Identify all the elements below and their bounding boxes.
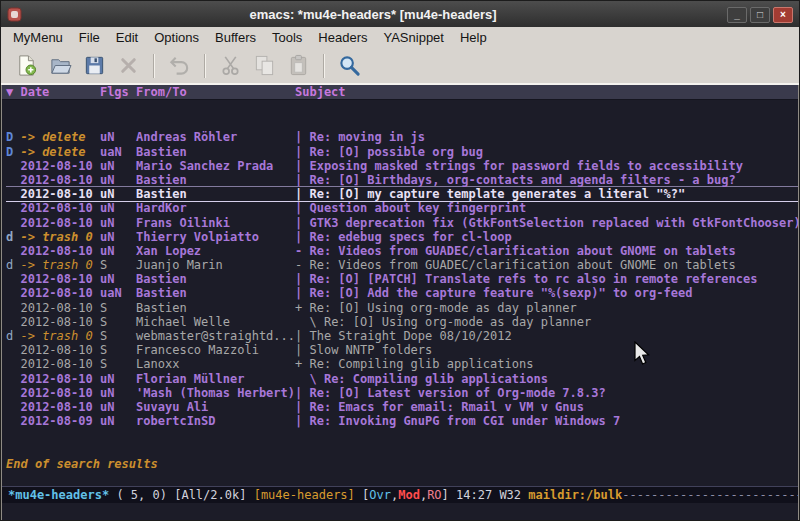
minibuffer[interactable]: [2, 503, 798, 520]
from-cell: Bastien: [136, 286, 295, 300]
mark-action-cell: -> delete: [20, 145, 99, 159]
minimize-button[interactable]: _: [727, 7, 747, 23]
from-cell: Lanoxx: [136, 357, 295, 371]
modeline-segment: [mu4e-headers]: [254, 488, 362, 502]
message-row[interactable]: d -> trash 0 S webmaster@straightd...| T…: [6, 329, 798, 343]
window-menu-icon[interactable]: [7, 7, 22, 22]
menu-file[interactable]: File: [71, 28, 108, 47]
message-row[interactable]: 2012-08-10 S Lanoxx + Re: Compiling glib…: [6, 357, 798, 371]
message-row[interactable]: 2012-08-10 uN Bastien | Re: [O] [PATCH] …: [6, 272, 798, 286]
message-row[interactable]: 2012-08-10 uN 'Mash (Thomas Herbert)| Re…: [6, 386, 798, 400]
modeline-segment: W32: [499, 488, 528, 502]
menu-edit[interactable]: Edit: [108, 28, 146, 47]
message-row[interactable]: 2012-08-10 S Francesco Mazzoli | Slow NN…: [6, 343, 798, 357]
from-cell: 'Mash (Thomas Herbert): [136, 386, 295, 400]
from-cell: Thierry Volpiatto: [136, 230, 295, 244]
flags-cell: uN: [100, 201, 136, 215]
from-cell: webmaster@straightd...: [136, 329, 295, 343]
new-file-icon[interactable]: [10, 51, 42, 81]
menu-yasnippet[interactable]: YASnippet: [375, 28, 451, 47]
date-cell: 2012-08-10: [20, 372, 99, 386]
from-cell: Mario Sanchez Prada: [136, 159, 295, 173]
date-cell: 2012-08-10: [20, 301, 99, 315]
message-row[interactable]: 2012-08-10 uN Florian Müllner \ Re: Comp…: [6, 372, 798, 386]
message-row[interactable]: 2012-08-09 uN robertcInSD | Re: Invoking…: [6, 414, 798, 428]
message-row[interactable]: 2012-08-10 uN Frans Oilinki | GTK3 depre…: [6, 216, 798, 230]
message-row[interactable]: d -> trash 0 S Juanjo Marin - Re: Videos…: [6, 258, 798, 272]
flags-cell: S: [100, 301, 136, 315]
close-button[interactable]: ×: [773, 7, 793, 23]
subject-cell: | Question about key fingerprint: [295, 201, 526, 215]
flags-cell: uN: [100, 173, 136, 187]
modeline-segment: 14:27: [456, 488, 499, 502]
flags-cell: uN: [100, 386, 136, 400]
mark-cell: d: [6, 230, 20, 244]
search-icon[interactable]: [333, 51, 365, 81]
mark-cell: [6, 400, 20, 414]
tool-bar: [1, 48, 799, 85]
close-icon[interactable]: [112, 51, 144, 81]
modeline-segment: Ovr: [369, 488, 391, 502]
date-cell: 2012-08-10: [20, 187, 99, 201]
undo-icon[interactable]: [163, 51, 195, 81]
mark-cell: [6, 201, 20, 215]
message-row[interactable]: 2012-08-10 S Bastien + Re: [O] Using org…: [6, 301, 798, 315]
cut-icon[interactable]: [214, 51, 246, 81]
toolbar-separator: [204, 54, 205, 78]
menu-buffers[interactable]: Buffers: [207, 28, 264, 47]
message-row[interactable]: 2012-08-10 uN HardKor | Question about k…: [6, 201, 798, 215]
from-cell: Juanjo Marin: [136, 258, 295, 272]
headers-column-header[interactable]: ▼ Date Flgs From/To Subject: [2, 85, 798, 100]
message-row[interactable]: D -> delete uaN Bastien | Re: [O] possib…: [6, 145, 798, 159]
subject-cell: | The Straight Dope 08/10/2012: [295, 329, 512, 343]
flags-cell: S: [100, 329, 136, 343]
mark-cell: d: [6, 258, 20, 272]
subject-cell: | Slow NNTP folders: [295, 343, 432, 357]
menu-options[interactable]: Options: [146, 28, 207, 47]
message-row[interactable]: 2012-08-10 uN Bastien | Re: [O] my captu…: [6, 187, 798, 201]
date-cell: 2012-08-10: [20, 286, 99, 300]
mu4e-headers-buffer: D -> delete uN Andreas Röhler | Re: movi…: [2, 100, 798, 486]
subject-cell: | Re: [O] Birthdays, org-contacts and ag…: [295, 173, 736, 187]
date-cell: 2012-08-10: [20, 400, 99, 414]
from-cell: Andreas Röhler: [136, 130, 295, 144]
menu-bar: MyMenuFileEditOptionsBuffersToolsHeaders…: [1, 27, 799, 48]
message-row[interactable]: 2012-08-10 uN Xan Lopez - Re: Videos fro…: [6, 244, 798, 258]
save-icon[interactable]: [78, 51, 110, 81]
menu-tools[interactable]: Tools: [264, 28, 310, 47]
copy-icon[interactable]: [248, 51, 280, 81]
mark-cell: D: [6, 130, 20, 144]
from-cell: Bastien: [136, 272, 295, 286]
mark-cell: [6, 372, 20, 386]
menu-mymenu[interactable]: MyMenu: [5, 28, 71, 47]
message-row[interactable]: 2012-08-10 uaN Bastien | Re: [O] Add the…: [6, 286, 798, 300]
from-cell: Suvayu Ali: [136, 400, 295, 414]
message-row[interactable]: D -> delete uN Andreas Röhler | Re: movi…: [6, 130, 798, 144]
flags-cell: uN: [100, 159, 136, 173]
modeline-segment: maildir:/bulk: [528, 488, 622, 502]
message-row[interactable]: d -> trash 0 uN Thierry Volpiatto | Re: …: [6, 230, 798, 244]
window-controls: _□×: [724, 6, 793, 23]
date-cell: 2012-08-10: [20, 343, 99, 357]
date-cell: 2012-08-10: [20, 315, 99, 329]
flags-cell: uaN: [100, 145, 136, 159]
open-file-icon[interactable]: [44, 51, 76, 81]
menu-help[interactable]: Help: [452, 28, 495, 47]
subject-cell: \ Re: Compiling glib applications: [295, 372, 548, 386]
flags-cell: S: [100, 357, 136, 371]
menu-headers[interactable]: Headers: [310, 28, 375, 47]
message-row[interactable]: 2012-08-10 uN Bastien | Re: [O] Birthday…: [6, 173, 798, 187]
paste-icon[interactable]: [282, 51, 314, 81]
subject-cell: - Re: Videos from GUADEC/clarification a…: [295, 244, 736, 258]
message-row[interactable]: 2012-08-10 S Michael Welle \ Re: [O] Usi…: [6, 315, 798, 329]
subject-cell: | Re: Invoking GnuPG from CGI under Wind…: [295, 414, 620, 428]
flags-cell: uN: [100, 400, 136, 414]
end-of-results-text: End of search results: [6, 457, 798, 471]
message-row[interactable]: 2012-08-10 uN Mario Sanchez Prada | Expo…: [6, 159, 798, 173]
maximize-button[interactable]: □: [750, 7, 770, 23]
message-row[interactable]: 2012-08-10 uN Suvayu Ali | Re: Emacs for…: [6, 400, 798, 414]
from-cell: Bastien: [136, 173, 295, 187]
modeline-segment: *mu4e-headers*: [8, 488, 109, 502]
subject-cell: | Re: Emacs for email: Rmail v VM v Gnus: [295, 400, 584, 414]
date-cell: 2012-08-10: [20, 244, 99, 258]
